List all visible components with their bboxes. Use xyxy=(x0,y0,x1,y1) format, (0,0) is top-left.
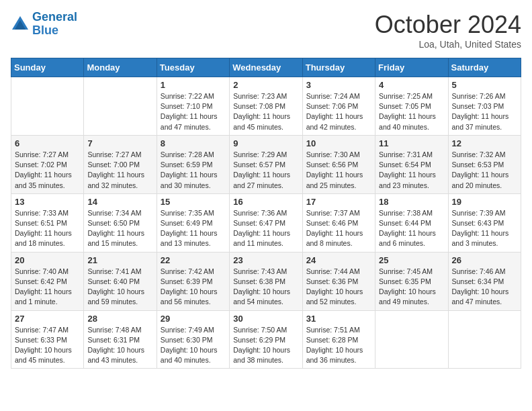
day-number: 2 xyxy=(233,80,298,90)
calendar-cell: 23Sunrise: 7:43 AM Sunset: 6:38 PM Dayli… xyxy=(230,252,302,310)
calendar-cell: 18Sunrise: 7:38 AM Sunset: 6:44 PM Dayli… xyxy=(375,193,448,252)
calendar-cell xyxy=(375,310,448,369)
calendar-cell: 26Sunrise: 7:46 AM Sunset: 6:34 PM Dayli… xyxy=(448,252,521,310)
day-number: 19 xyxy=(452,197,517,207)
calendar-cell: 11Sunrise: 7:31 AM Sunset: 6:54 PM Dayli… xyxy=(375,135,448,193)
day-number: 4 xyxy=(379,80,444,90)
header-sunday: Sunday xyxy=(11,58,84,77)
day-info: Sunrise: 7:27 AM Sunset: 7:02 PM Dayligh… xyxy=(15,150,80,191)
day-info: Sunrise: 7:45 AM Sunset: 6:35 PM Dayligh… xyxy=(379,267,444,308)
calendar-cell: 16Sunrise: 7:36 AM Sunset: 6:47 PM Dayli… xyxy=(230,193,302,252)
calendar-cell xyxy=(448,310,521,369)
calendar-cell: 28Sunrise: 7:48 AM Sunset: 6:31 PM Dayli… xyxy=(84,310,157,369)
calendar-cell: 21Sunrise: 7:41 AM Sunset: 6:40 PM Dayli… xyxy=(84,252,157,310)
day-number: 18 xyxy=(379,197,444,207)
header-thursday: Thursday xyxy=(302,58,375,77)
day-number: 28 xyxy=(87,314,152,324)
day-info: Sunrise: 7:22 AM Sunset: 7:10 PM Dayligh… xyxy=(161,91,226,132)
day-number: 27 xyxy=(15,314,80,324)
day-info: Sunrise: 7:49 AM Sunset: 6:30 PM Dayligh… xyxy=(161,325,226,366)
title-block: October 2024 Loa, Utah, United States xyxy=(375,11,521,50)
day-number: 7 xyxy=(87,138,152,148)
calendar-cell: 10Sunrise: 7:30 AM Sunset: 6:56 PM Dayli… xyxy=(302,135,375,193)
day-number: 26 xyxy=(452,255,517,265)
day-number: 1 xyxy=(161,80,226,90)
calendar-cell: 30Sunrise: 7:50 AM Sunset: 6:29 PM Dayli… xyxy=(230,310,302,369)
day-info: Sunrise: 7:39 AM Sunset: 6:43 PM Dayligh… xyxy=(452,208,517,249)
header-wednesday: Wednesday xyxy=(230,58,302,77)
day-info: Sunrise: 7:43 AM Sunset: 6:38 PM Dayligh… xyxy=(233,267,298,308)
day-number: 12 xyxy=(452,138,517,148)
day-info: Sunrise: 7:33 AM Sunset: 6:51 PM Dayligh… xyxy=(15,208,80,249)
day-info: Sunrise: 7:26 AM Sunset: 7:03 PM Dayligh… xyxy=(452,91,517,132)
day-number: 8 xyxy=(161,138,226,148)
day-number: 16 xyxy=(233,197,298,207)
day-info: Sunrise: 7:41 AM Sunset: 6:40 PM Dayligh… xyxy=(87,267,152,308)
day-info: Sunrise: 7:25 AM Sunset: 7:05 PM Dayligh… xyxy=(379,91,444,132)
page-header: General Blue October 2024 Loa, Utah, Uni… xyxy=(11,11,521,50)
day-number: 6 xyxy=(15,138,80,148)
calendar-cell: 13Sunrise: 7:33 AM Sunset: 6:51 PM Dayli… xyxy=(11,193,84,252)
day-info: Sunrise: 7:31 AM Sunset: 6:54 PM Dayligh… xyxy=(379,150,444,191)
calendar-cell: 27Sunrise: 7:47 AM Sunset: 6:33 PM Dayli… xyxy=(11,310,84,369)
calendar-cell: 19Sunrise: 7:39 AM Sunset: 6:43 PM Dayli… xyxy=(448,193,521,252)
day-info: Sunrise: 7:36 AM Sunset: 6:47 PM Dayligh… xyxy=(233,208,298,249)
day-number: 30 xyxy=(233,314,298,324)
day-info: Sunrise: 7:44 AM Sunset: 6:36 PM Dayligh… xyxy=(306,267,371,308)
calendar-cell: 8Sunrise: 7:28 AM Sunset: 6:59 PM Daylig… xyxy=(157,135,229,193)
day-info: Sunrise: 7:51 AM Sunset: 6:28 PM Dayligh… xyxy=(306,325,371,366)
month-title: October 2024 xyxy=(375,11,521,39)
calendar-cell: 6Sunrise: 7:27 AM Sunset: 7:02 PM Daylig… xyxy=(11,135,84,193)
calendar-cell: 7Sunrise: 7:27 AM Sunset: 7:00 PM Daylig… xyxy=(84,135,157,193)
calendar-week-3: 13Sunrise: 7:33 AM Sunset: 6:51 PM Dayli… xyxy=(11,193,521,252)
day-info: Sunrise: 7:50 AM Sunset: 6:29 PM Dayligh… xyxy=(233,325,298,366)
calendar-week-2: 6Sunrise: 7:27 AM Sunset: 7:02 PM Daylig… xyxy=(11,135,521,193)
calendar-cell xyxy=(84,77,157,136)
calendar-cell: 4Sunrise: 7:25 AM Sunset: 7:05 PM Daylig… xyxy=(375,77,448,136)
calendar-cell: 15Sunrise: 7:35 AM Sunset: 6:49 PM Dayli… xyxy=(157,193,229,252)
calendar-week-4: 20Sunrise: 7:40 AM Sunset: 6:42 PM Dayli… xyxy=(11,252,521,310)
day-info: Sunrise: 7:24 AM Sunset: 7:06 PM Dayligh… xyxy=(306,91,371,132)
header-friday: Friday xyxy=(375,58,448,77)
calendar-table: SundayMondayTuesdayWednesdayThursdayFrid… xyxy=(11,58,521,369)
day-number: 9 xyxy=(233,138,298,148)
header-saturday: Saturday xyxy=(448,58,521,77)
logo: General Blue xyxy=(11,11,77,38)
calendar-cell: 20Sunrise: 7:40 AM Sunset: 6:42 PM Dayli… xyxy=(11,252,84,310)
location: Loa, Utah, United States xyxy=(375,39,521,50)
day-number: 25 xyxy=(379,255,444,265)
day-number: 24 xyxy=(306,255,371,265)
day-info: Sunrise: 7:47 AM Sunset: 6:33 PM Dayligh… xyxy=(15,325,80,366)
calendar-cell: 25Sunrise: 7:45 AM Sunset: 6:35 PM Dayli… xyxy=(375,252,448,310)
calendar-cell: 12Sunrise: 7:32 AM Sunset: 6:53 PM Dayli… xyxy=(448,135,521,193)
calendar-week-1: 1Sunrise: 7:22 AM Sunset: 7:10 PM Daylig… xyxy=(11,77,521,136)
calendar-cell: 2Sunrise: 7:23 AM Sunset: 7:08 PM Daylig… xyxy=(230,77,302,136)
calendar-cell: 17Sunrise: 7:37 AM Sunset: 6:46 PM Dayli… xyxy=(302,193,375,252)
logo-icon xyxy=(11,15,30,34)
day-info: Sunrise: 7:42 AM Sunset: 6:39 PM Dayligh… xyxy=(161,267,226,308)
day-number: 11 xyxy=(379,138,444,148)
day-info: Sunrise: 7:28 AM Sunset: 6:59 PM Dayligh… xyxy=(161,150,226,191)
calendar-week-5: 27Sunrise: 7:47 AM Sunset: 6:33 PM Dayli… xyxy=(11,310,521,369)
day-number: 15 xyxy=(161,197,226,207)
calendar-cell xyxy=(11,77,84,136)
day-number: 23 xyxy=(233,255,298,265)
calendar-cell: 29Sunrise: 7:49 AM Sunset: 6:30 PM Dayli… xyxy=(157,310,229,369)
day-info: Sunrise: 7:35 AM Sunset: 6:49 PM Dayligh… xyxy=(161,208,226,249)
logo-line2: Blue xyxy=(32,24,58,37)
calendar-cell: 14Sunrise: 7:34 AM Sunset: 6:50 PM Dayli… xyxy=(84,193,157,252)
day-number: 10 xyxy=(306,138,371,148)
day-info: Sunrise: 7:37 AM Sunset: 6:46 PM Dayligh… xyxy=(306,208,371,249)
day-number: 21 xyxy=(87,255,152,265)
calendar-cell: 5Sunrise: 7:26 AM Sunset: 7:03 PM Daylig… xyxy=(448,77,521,136)
header-tuesday: Tuesday xyxy=(157,58,229,77)
calendar-cell: 9Sunrise: 7:29 AM Sunset: 6:57 PM Daylig… xyxy=(230,135,302,193)
day-info: Sunrise: 7:48 AM Sunset: 6:31 PM Dayligh… xyxy=(87,325,152,366)
day-info: Sunrise: 7:27 AM Sunset: 7:00 PM Dayligh… xyxy=(87,150,152,191)
day-info: Sunrise: 7:46 AM Sunset: 6:34 PM Dayligh… xyxy=(452,267,517,308)
calendar-cell: 22Sunrise: 7:42 AM Sunset: 6:39 PM Dayli… xyxy=(157,252,229,310)
day-number: 20 xyxy=(15,255,80,265)
logo-text: General Blue xyxy=(32,11,77,38)
day-number: 5 xyxy=(452,80,517,90)
day-info: Sunrise: 7:32 AM Sunset: 6:53 PM Dayligh… xyxy=(452,150,517,191)
